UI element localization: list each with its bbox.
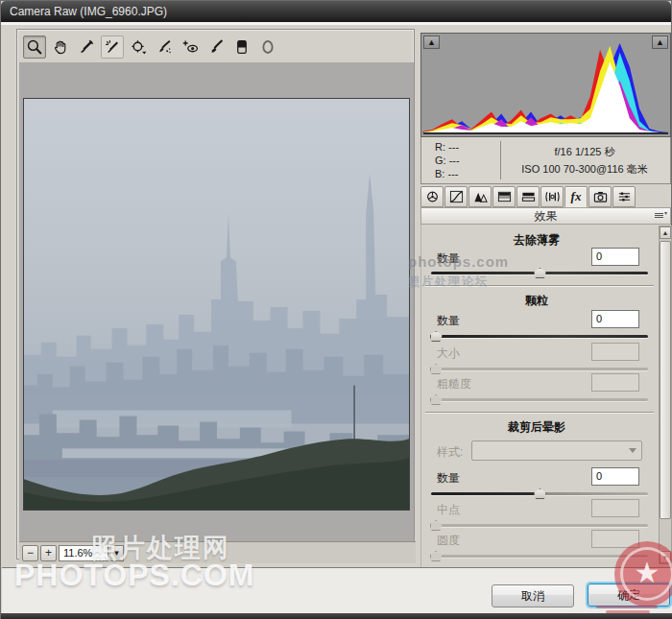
grain-size-input [591, 343, 639, 361]
adjustment-brush-tool-icon[interactable] [204, 36, 228, 59]
red-eye-tool-icon[interactable] [179, 36, 202, 59]
zoom-level-field[interactable]: 11.6% [59, 545, 108, 561]
vignette-style-label: 样式: [437, 444, 463, 461]
histogram-baseline [423, 132, 668, 134]
image-canvas[interactable]: − + 11.6% ▼ [19, 62, 414, 563]
panel-header: 效果 ▾ [420, 207, 671, 225]
separator [425, 285, 654, 286]
zoom-strip: − + 11.6% ▼ [19, 541, 416, 563]
zoom-in-button[interactable]: + [40, 545, 57, 561]
zoom-out-button[interactable]: − [22, 545, 38, 561]
graduated-filter-tool-icon[interactable] [230, 36, 253, 59]
slider-handle[interactable] [534, 488, 546, 499]
dehaze-section-title: 去除薄雾 [421, 232, 652, 249]
vignette-roundness-label: 圆度 [437, 533, 460, 549]
spot-removal-tool-icon[interactable] [153, 36, 176, 59]
histogram: ▲ ▲ [420, 33, 671, 137]
highlight-clipping-indicator[interactable]: ▲ [652, 36, 668, 49]
tools-toolbar [20, 34, 412, 60]
tab-tone-curve[interactable] [444, 186, 468, 207]
radial-filter-tool-icon[interactable] [256, 36, 279, 59]
tab-hsl-grayscale[interactable] [492, 186, 516, 207]
panel-tabs: fx [420, 186, 636, 207]
slider-handle [430, 394, 443, 405]
tab-split-toning[interactable] [516, 186, 540, 207]
grain-roughness-input [591, 373, 639, 392]
dialog-footer: 取消 确定 [2, 567, 672, 613]
vignette-roundness-input [591, 530, 639, 548]
tab-lens-corrections[interactable] [540, 186, 564, 207]
slider-handle[interactable] [534, 268, 546, 278]
slider-handle[interactable] [430, 331, 443, 342]
dehaze-amount-label: 数量 [437, 250, 460, 267]
vignette-amount-input[interactable]: 0 [591, 467, 639, 486]
tab-camera-calibration[interactable] [588, 186, 612, 207]
panel-scrollbar[interactable]: ▲ ▼ [659, 226, 672, 564]
exif-info: R: --- G: --- B: --- f/16 1/125 秒 ISO 10… [420, 137, 671, 184]
tab-basic[interactable] [420, 186, 444, 207]
ok-button[interactable]: 确定 [588, 583, 670, 607]
dehaze-amount-input[interactable]: 0 [591, 248, 639, 266]
slider-handle [430, 551, 443, 561]
vignette-midpoint-label: 中点 [437, 502, 460, 518]
panel-menu-icon[interactable]: ▾ [655, 213, 666, 221]
color-sampler-tool-icon[interactable] [101, 36, 124, 59]
scroll-up-icon[interactable]: ▲ [660, 226, 671, 239]
scroll-down-icon[interactable]: ▼ [660, 551, 671, 563]
window-bottom-edge [1, 613, 672, 619]
separator [425, 412, 654, 413]
histogram-svg [422, 38, 669, 132]
titlebar-highlight [1, 22, 671, 25]
slider-handle [430, 520, 443, 531]
panel-title: 效果 [535, 209, 558, 223]
grain-section-title: 颗粒 [421, 293, 652, 309]
dropdown-caret-icon [629, 448, 636, 453]
grain-amount-input[interactable]: 0 [591, 310, 639, 328]
exposure-readout: f/16 1/125 秒 ISO 100 70-300@116 毫米 [502, 143, 667, 178]
zoom-tool-icon[interactable] [23, 36, 46, 59]
targeted-adjustment-tool-icon[interactable] [127, 36, 150, 59]
window-title: Camera Raw (IMG_6960.JPG) [10, 5, 167, 18]
photo-preview[interactable] [23, 98, 410, 511]
grain-amount-slider[interactable] [431, 331, 648, 342]
grain-roughness-slider [431, 394, 648, 405]
scrollbar-thumb[interactable] [660, 241, 671, 519]
hand-tool-icon[interactable] [49, 36, 72, 59]
vignette-roundness-slider [431, 551, 648, 561]
exif-divider [500, 141, 501, 179]
vignette-midpoint-input [591, 499, 639, 517]
preview-frame: − + 11.6% ▼ [16, 29, 415, 559]
tab-presets[interactable] [612, 186, 636, 207]
shadow-clipping-indicator[interactable]: ▲ [423, 36, 440, 49]
grain-roughness-label: 粗糙度 [437, 376, 471, 393]
title-bar[interactable]: Camera Raw (IMG_6960.JPG) [1, 1, 671, 22]
vignette-amount-label: 数量 [437, 470, 460, 487]
effects-panel: 去除薄雾 数量 0 颗粒 数量 0 大小 粗糙度 裁剪后晕影 样式: 数量 0 … [420, 225, 671, 567]
cancel-button[interactable]: 取消 [492, 584, 574, 607]
white-balance-tool-icon[interactable] [75, 36, 98, 59]
camera-raw-dialog: Camera Raw (IMG_6960.JPG) [0, 0, 672, 619]
slider-handle [430, 364, 443, 374]
vignette-section-title: 裁剪后晕影 [421, 419, 652, 436]
vignette-amount-slider[interactable] [431, 488, 648, 499]
dehaze-amount-slider[interactable] [431, 268, 648, 278]
grain-amount-label: 数量 [437, 313, 460, 329]
tab-detail[interactable] [468, 186, 492, 207]
rgb-readout: R: --- G: --- B: --- [435, 140, 460, 180]
fx-icon: fx [571, 189, 582, 204]
tab-effects[interactable]: fx [564, 186, 588, 207]
vignette-style-dropdown [471, 440, 642, 461]
zoom-level-caret-icon[interactable]: ▼ [110, 545, 124, 561]
grain-size-label: 大小 [437, 345, 460, 362]
